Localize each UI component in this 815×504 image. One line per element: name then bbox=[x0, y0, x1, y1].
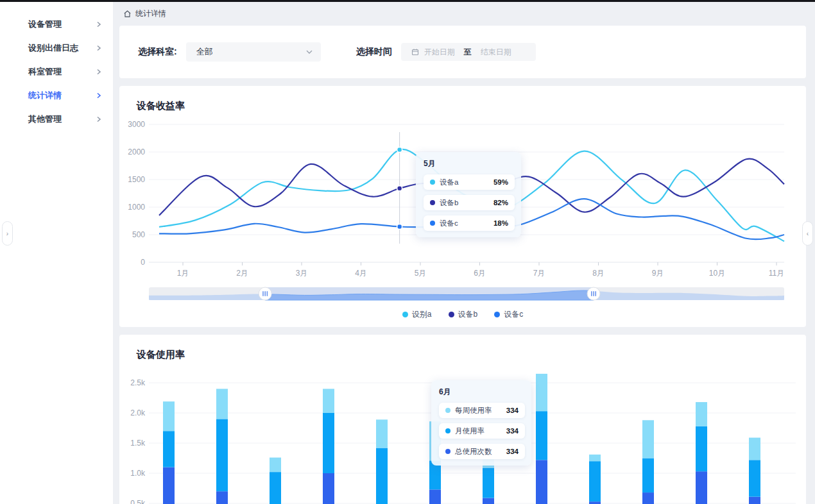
start-date-input[interactable]: 开始日期 bbox=[424, 47, 455, 58]
date-separator: 至 bbox=[464, 47, 472, 58]
bar-segment-每周使用率-3月[interactable] bbox=[270, 458, 281, 473]
bar-segment-月使用率-1月[interactable] bbox=[163, 431, 175, 467]
sidebar-item-label: 统计详情 bbox=[28, 90, 96, 101]
bar-segment-月使用率-4月[interactable] bbox=[323, 413, 334, 473]
breadcrumb: 统计详情 bbox=[113, 2, 815, 19]
bar-segment-月使用率-7月[interactable] bbox=[483, 468, 494, 498]
x-axis-label: 6月 bbox=[474, 269, 486, 278]
legend-item-设别a[interactable]: 设别a bbox=[402, 309, 432, 320]
datazoom-handle-right[interactable] bbox=[587, 287, 600, 300]
revenue-chart-card: 设备收益率 050010001500200030001月2月3月4月5月6月7月… bbox=[119, 86, 806, 327]
bar-segment-总使用次数-10月[interactable] bbox=[642, 492, 654, 504]
legend-item-设备c[interactable]: 设备c bbox=[494, 309, 523, 320]
time-filter-label: 选择时间 bbox=[356, 46, 392, 58]
chevron-right-icon bbox=[96, 45, 101, 51]
sidebar: 设备管理设别出借日志科室管理统计详情其他管理 bbox=[0, 2, 113, 504]
y-axis-label: 1.0k bbox=[130, 469, 146, 478]
collapse-left-button[interactable]: › bbox=[2, 221, 13, 246]
bar-segment-总使用次数-4月[interactable] bbox=[323, 473, 334, 504]
legend-label: 设备c bbox=[504, 309, 523, 320]
bar-segment-每周使用率-5月[interactable] bbox=[376, 419, 388, 448]
x-axis-label: 2月 bbox=[236, 269, 248, 278]
chevron-right-icon: › bbox=[6, 230, 8, 237]
chevron-right-icon bbox=[96, 116, 101, 122]
sidebar-item-科室管理[interactable]: 科室管理 bbox=[0, 60, 113, 83]
x-axis-label: 3月 bbox=[296, 269, 308, 278]
bar-segment-总使用次数-9月[interactable] bbox=[589, 501, 601, 504]
chevron-right-icon bbox=[96, 92, 101, 99]
bar-segment-每周使用率-4月[interactable] bbox=[323, 389, 334, 413]
legend-dot bbox=[449, 312, 454, 317]
filter-bar: 选择科室: 全部 选择时间 开始日期 至 结束日期 bbox=[119, 26, 806, 78]
y-axis-label: 2.5k bbox=[130, 378, 146, 387]
series-dot bbox=[445, 428, 450, 433]
x-axis-label: 1月 bbox=[177, 269, 189, 278]
series-value: 59% bbox=[493, 178, 508, 186]
series-value: 334 bbox=[506, 427, 519, 435]
bar-segment-月使用率-2月[interactable] bbox=[216, 419, 228, 491]
usage-chart-card: 设备使用率 0.5k1.0k1.5k2.0k2.5k 6月 每周使用率334月使… bbox=[119, 335, 806, 504]
chevron-right-icon bbox=[96, 69, 101, 75]
tooltip-row: 设备a59% bbox=[424, 174, 515, 190]
bar-segment-每周使用率-10月[interactable] bbox=[642, 420, 654, 458]
chevron-right-icon bbox=[96, 21, 101, 28]
bar-segment-月使用率-9月[interactable] bbox=[589, 461, 601, 501]
series-dot bbox=[430, 221, 435, 226]
bar-segment-总使用次数-12月[interactable] bbox=[749, 497, 760, 504]
bar-segment-每周使用率-12月[interactable] bbox=[749, 438, 760, 460]
collapse-right-button[interactable]: ‹ bbox=[802, 221, 813, 246]
bar-segment-每周使用率-11月[interactable] bbox=[696, 402, 707, 426]
bar-segment-月使用率-11月[interactable] bbox=[696, 426, 707, 472]
sidebar-item-label: 设备管理 bbox=[28, 19, 96, 30]
sidebar-item-其他管理[interactable]: 其他管理 bbox=[0, 107, 113, 131]
series-label: 每周使用率 bbox=[455, 406, 492, 416]
revenue-chart-tooltip: 5月 设备a59%设备b82%设备c18% bbox=[416, 152, 521, 237]
bar-segment-月使用率-5月[interactable] bbox=[376, 448, 388, 504]
bar-segment-总使用次数-2月[interactable] bbox=[216, 491, 228, 504]
y-axis-label: 2.0k bbox=[130, 408, 146, 417]
bar-segment-每周使用率-9月[interactable] bbox=[589, 455, 601, 461]
series-label: 设备a bbox=[440, 178, 458, 187]
bar-segment-月使用率-3月[interactable] bbox=[270, 472, 281, 504]
bar-segment-总使用次数-11月[interactable] bbox=[696, 471, 707, 504]
y-axis-label: 1500 bbox=[128, 175, 145, 184]
bar-segment-总使用次数-1月[interactable] bbox=[163, 467, 175, 504]
tooltip-row: 设备c18% bbox=[424, 215, 515, 231]
bar-segment-每周使用率-2月[interactable] bbox=[216, 389, 228, 419]
legend-dot bbox=[402, 312, 408, 317]
x-axis-label: 5月 bbox=[415, 269, 427, 278]
legend-label: 设别a bbox=[412, 309, 432, 320]
series-dot bbox=[445, 449, 450, 454]
home-icon bbox=[123, 10, 132, 18]
bar-segment-每周使用率-1月[interactable] bbox=[163, 401, 175, 431]
hover-point bbox=[397, 186, 402, 191]
sidebar-item-统计详情[interactable]: 统计详情 bbox=[0, 83, 113, 107]
datazoom-handle-left[interactable] bbox=[259, 287, 271, 300]
department-select[interactable]: 全部 bbox=[186, 42, 321, 62]
date-range-picker[interactable]: 开始日期 至 结束日期 bbox=[401, 43, 536, 61]
bar-segment-月使用率-10月[interactable] bbox=[642, 458, 654, 493]
hover-point bbox=[397, 224, 402, 230]
bar-segment-每周使用率-8月[interactable] bbox=[536, 374, 547, 411]
legend-dot bbox=[494, 312, 500, 317]
tooltip-row: 总使用次数334 bbox=[439, 444, 525, 459]
hover-point bbox=[397, 147, 402, 153]
bar-segment-总使用次数-7月[interactable] bbox=[483, 498, 494, 504]
bar-segment-总使用次数-8月[interactable] bbox=[536, 460, 547, 504]
breadcrumb-label: 统计详情 bbox=[135, 8, 166, 19]
datazoom-window[interactable] bbox=[265, 287, 594, 300]
end-date-input[interactable]: 结束日期 bbox=[481, 47, 511, 58]
chevron-down-icon bbox=[305, 48, 313, 56]
series-value: 334 bbox=[506, 407, 519, 414]
main-content: 统计详情 选择科室: 全部 选择时间 开始日期 至 结束日期 设备收益率 050… bbox=[113, 2, 815, 504]
tooltip-month: 6月 bbox=[439, 387, 525, 398]
bar-segment-总使用次数-6月[interactable] bbox=[429, 489, 441, 504]
sidebar-item-设备管理[interactable]: 设备管理 bbox=[0, 12, 113, 36]
bar-segment-月使用率-12月[interactable] bbox=[749, 460, 760, 496]
y-axis-label: 0 bbox=[141, 258, 145, 267]
bar-segment-月使用率-8月[interactable] bbox=[536, 411, 547, 460]
sidebar-item-label: 科室管理 bbox=[28, 66, 96, 78]
revenue-chart-legend: 设别a设备b设备c bbox=[119, 309, 806, 320]
sidebar-item-设别出借日志[interactable]: 设别出借日志 bbox=[0, 36, 113, 60]
legend-item-设备b[interactable]: 设备b bbox=[449, 309, 478, 320]
